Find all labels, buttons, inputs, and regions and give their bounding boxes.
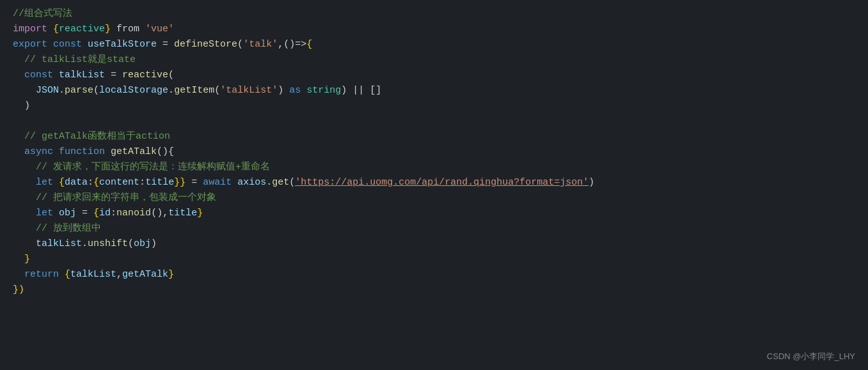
import-source: 'vue' [145, 24, 174, 35]
obj-var: obj [59, 208, 82, 219]
comma2: , [116, 269, 122, 280]
nanoid-parens: (), [151, 208, 168, 219]
keyword-return: return [24, 269, 65, 280]
destr-open2: { [93, 177, 99, 188]
func-defineStore: defineStore [174, 39, 237, 50]
comment-6: // 放到数组中 [36, 223, 101, 234]
keyword-export: export [13, 39, 53, 50]
keyword-function: function [59, 146, 111, 157]
string-talkList: 'talkList' [220, 85, 278, 96]
dot2: . [168, 85, 174, 96]
return-open: { [65, 269, 70, 280]
code-line-12: let {data:{content:title}} = await axios… [13, 175, 855, 190]
code-editor: //组合式写法 import {reactive} from 'vue' exp… [0, 0, 868, 370]
code-line-18: return {talkList,getATalk} [13, 267, 855, 282]
code-line-7: ) [13, 98, 855, 114]
data-var: data [65, 177, 88, 188]
paren8: ( [289, 177, 295, 188]
watermark: CSDN @小李同学_LHY [767, 350, 855, 364]
var-talkList: talkList [59, 70, 111, 81]
code-line-4: // talkList就是state [13, 52, 855, 68]
code-line-6: JSON.parse(localStorage.getItem('talkLis… [13, 83, 855, 98]
func-reactive: reactive [122, 70, 168, 81]
localStorage: localStorage [99, 85, 168, 96]
comment-2: // talkList就是state [24, 54, 136, 65]
code-line-10: async function getATalk(){ [13, 144, 855, 160]
code-line-11: // 发请求，下面这行的写法是：连续解构赋值+重命名 [13, 160, 855, 175]
code-line-1: //组合式写法 [13, 6, 855, 22]
paren11: ) [151, 238, 157, 249]
obj-close: } [197, 208, 203, 219]
paren4: ( [214, 85, 220, 96]
paren2: ( [168, 70, 174, 81]
code-line-14: let obj = {id:nanoid(),title} [13, 206, 855, 221]
colon3: : [111, 208, 116, 219]
arrow-func: ()=> [283, 39, 306, 50]
keyword-as: as [289, 85, 306, 96]
func-getItem: getItem [174, 85, 214, 96]
keyword-const: const [53, 39, 88, 50]
keyword-async: async [24, 146, 59, 157]
code-line-15: // 放到数组中 [13, 221, 855, 236]
id-key: id [99, 208, 111, 219]
equals: = [162, 39, 174, 50]
colon1: : [88, 177, 93, 188]
func-getATalk: getATalk [111, 146, 157, 157]
keyword-await: await [203, 177, 237, 188]
keyword-let2: let [36, 208, 59, 219]
paren-open: ( [237, 39, 243, 50]
code-line-3: export const useTalkStore = defineStore(… [13, 37, 855, 52]
paren7: (){ [157, 146, 174, 157]
equals4: = [82, 208, 93, 219]
code-line-13: // 把请求回来的字符串，包装成一个对象 [13, 190, 855, 206]
return-talkList: talkList [70, 269, 116, 280]
json-obj: JSON [36, 85, 59, 96]
axios-var: axios [237, 177, 266, 188]
destr-open1: { [59, 177, 65, 188]
import-name: reactive [59, 24, 105, 35]
colon2: : [139, 177, 145, 188]
title-var: title [145, 177, 174, 188]
paren3: ( [93, 85, 99, 96]
paren5: ) [278, 85, 289, 96]
code-line-5: const talkList = reactive( [13, 68, 855, 83]
return-close: } [168, 269, 174, 280]
code-line-16: talkList.unshift(obj) [13, 236, 855, 252]
store-close: }) [13, 284, 24, 295]
code-line-19: }) [13, 282, 855, 298]
comment-3: // getATalk函数相当于action [24, 131, 170, 142]
func-unshift: unshift [88, 238, 128, 249]
talkList-ref: talkList [36, 238, 82, 249]
comment-1: //组合式写法 [13, 8, 72, 19]
brace-open: { [53, 24, 59, 35]
code-line-2: import {reactive} from 'vue' [13, 22, 855, 37]
func-get: get [272, 177, 289, 188]
close-paren: ) [24, 100, 30, 111]
destr-close1: } [180, 177, 185, 188]
url-string: 'https://api.uomg.com/api/rand.qinghua?f… [295, 177, 588, 188]
return-getATalk: getATalk [122, 269, 168, 280]
code-line-8 [13, 114, 855, 129]
func-nanoid: nanoid [116, 208, 151, 219]
var-useTalkStore: useTalkStore [88, 39, 162, 50]
code-line-9: // getATalk函数相当于action [13, 129, 855, 144]
dot4: . [82, 238, 88, 249]
comma: , [278, 39, 283, 50]
comment-4: // 发请求，下面这行的写法是：连续解构赋值+重命名 [36, 162, 270, 173]
comment-5: // 把请求回来的字符串，包装成一个对象 [36, 192, 216, 203]
keyword-import: import [13, 24, 53, 35]
store-name: 'talk' [243, 39, 278, 50]
code-line-17: } [13, 252, 855, 267]
type-string: string [306, 85, 341, 96]
func-parse: parse [65, 85, 93, 96]
brace-close: } [105, 24, 111, 35]
dot1: . [59, 85, 65, 96]
paren9: ) [588, 177, 594, 188]
title-key: title [168, 208, 197, 219]
dot3: . [266, 177, 272, 188]
content-var: content [99, 177, 139, 188]
obj-open: { [93, 208, 99, 219]
block-open: { [306, 39, 312, 50]
equals3: = [185, 177, 203, 188]
obj-ref: obj [134, 238, 151, 249]
